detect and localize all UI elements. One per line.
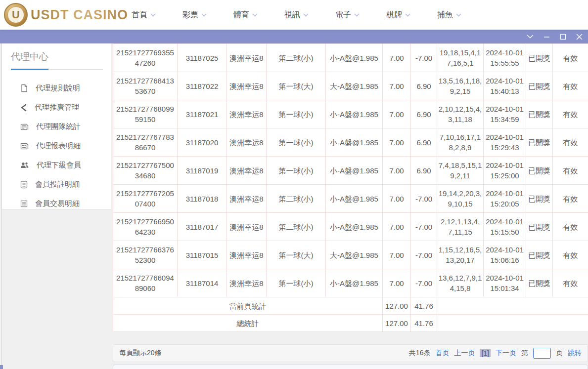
cell-game: 澳洲幸运8 — [227, 128, 267, 157]
sidebar-item-agent-sub-members[interactable]: 代理下級會員 — [2, 156, 111, 175]
cell-content: 小-A盤@1.985 — [326, 100, 383, 128]
cell-game: 澳洲幸运8 — [227, 185, 267, 213]
chevron-down-icon — [405, 13, 410, 17]
chevron-down-icon[interactable] — [526, 33, 534, 41]
main-nav: 首頁 彩票 體育 視訊 電子 棋牌 — [132, 0, 461, 30]
bet-detail-icon — [20, 180, 28, 189]
summary-label: 總統計 — [113, 315, 383, 332]
cell-content: 小-A盤@1.985 — [326, 213, 383, 241]
cell-amount: 7.00 — [383, 241, 411, 269]
cell-bet_id: 2152172776935547260 — [113, 44, 178, 72]
app-window: U USDT CASINO 首頁 彩票 體育 視訊 電子 — [0, 0, 588, 369]
cell-amount: 7.00 — [383, 269, 411, 297]
cell-status: 已開獎 — [526, 157, 553, 185]
cell-amount: 7.00 — [383, 128, 411, 157]
sidebar-item-agent-report[interactable]: 代理報表明細 — [2, 136, 111, 156]
sidebar-item-label: 會員交易明細 — [35, 199, 80, 208]
sidebar-item-label: 代理推廣管理 — [35, 103, 79, 112]
sidebar-title: 代理中心 — [11, 50, 103, 63]
cell-play: 第一球(小) — [267, 269, 326, 297]
nav-item-lottery[interactable]: 彩票 — [182, 10, 207, 20]
sidebar-item-label: 代理下級會員 — [37, 161, 81, 170]
cell-content: 小-A盤@1.985 — [326, 185, 383, 213]
table-rows: 215217277693554726031187025澳洲幸运8第二球(小)小-… — [113, 44, 588, 297]
cell-result: 19,14,2,20,3,9,10,15 — [437, 185, 484, 213]
jump-suffix-label: 页 — [556, 349, 563, 358]
cell-play: 第一球(小) — [267, 157, 326, 185]
cell-winloss: 6.90 — [411, 157, 437, 185]
chevron-down-icon — [201, 13, 207, 17]
nav-item-label: 棋牌 — [386, 10, 402, 20]
first-page-link[interactable]: 首页 — [435, 349, 449, 358]
chevron-down-icon — [252, 13, 258, 17]
logo-letter: U — [7, 6, 24, 23]
table-summary: 當前頁統計 127.00 41.76 總統計 127.00 41.76 — [113, 297, 588, 332]
maximize-icon[interactable] — [559, 33, 567, 41]
cell-amount: 7.00 — [383, 100, 411, 128]
prev-page-link[interactable]: 上一页 — [454, 349, 475, 358]
current-page-badge[interactable]: [1] — [480, 349, 491, 357]
transaction-icon — [20, 200, 28, 207]
cell-bet_id: 2152172776695064230 — [113, 213, 178, 241]
nav-item-live[interactable]: 視訊 — [284, 10, 309, 20]
nav-item-fishing[interactable]: 捕魚 — [437, 10, 461, 20]
top-nav-bar: U USDT CASINO 首頁 彩票 體育 視訊 電子 — [0, 0, 588, 30]
cell-time: 2024-10-01 15:25:00 — [484, 157, 526, 185]
cell-result: 13,5,16,1,18,9,2,15 — [437, 72, 484, 100]
cell-time: 2024-10-01 15:01:34 — [484, 269, 526, 297]
window-corner-accent — [0, 365, 3, 369]
page-jump-input[interactable] — [533, 348, 551, 359]
sidebar-item-agent-team-stats[interactable]: 代理團隊統計 — [2, 117, 111, 136]
jump-button[interactable]: 跳转 — [568, 349, 582, 358]
cell-bet_id: 2152172776720507400 — [113, 185, 178, 213]
nav-item-home[interactable]: 首頁 — [132, 10, 156, 20]
nav-item-sports[interactable]: 體育 — [233, 10, 258, 20]
table-row: 215217277672050740031187018澳洲幸运8第二球(小)小-… — [113, 185, 588, 213]
sidebar-item-agent-promotion[interactable]: 代理推廣管理 — [2, 98, 111, 117]
cell-result: 7,10,16,17,18,2,8,9 — [437, 128, 484, 157]
cell-winloss: -7.00 — [411, 269, 437, 297]
sidebar-item-label: 代理規則說明 — [36, 83, 80, 93]
cell-time: 2024-10-01 15:40:13 — [484, 72, 526, 100]
cell-play: 第一球(大) — [267, 241, 326, 269]
cell-content: 小-A盤@1.985 — [326, 128, 383, 157]
minimize-icon[interactable] — [543, 33, 550, 41]
chevron-down-icon — [354, 13, 360, 17]
cell-play: 第二球(小) — [267, 44, 326, 72]
summary-winloss: 41.76 — [411, 297, 437, 315]
nav-item-slots[interactable]: 電子 — [335, 10, 360, 20]
sidebar-menu: 代理規則說明 代理推廣管理 代理團隊統計 代理報表明細 代理下級會員 會員投註明… — [2, 79, 111, 213]
nav-item-cards[interactable]: 棋牌 — [386, 10, 410, 20]
cell-play: 第一球(小) — [267, 128, 326, 157]
chevron-down-icon — [303, 13, 309, 17]
sidebar-item-member-transactions[interactable]: 會員交易明細 — [2, 194, 111, 213]
agent-sidebar: 代理中心 代理規則說明 代理推廣管理 代理團隊統計 代理報表明細 — [2, 43, 111, 209]
cell-period: 31187020 — [178, 128, 227, 157]
cell-valid: 有效 — [553, 185, 588, 213]
cell-result: 2,12,1,13,4,7,11,15 — [437, 213, 484, 241]
close-icon[interactable] — [575, 33, 583, 41]
cell-winloss: -7.00 — [411, 185, 437, 213]
cell-period: 31187019 — [178, 157, 227, 185]
sidebar-item-agent-rules[interactable]: 代理規則說明 — [2, 79, 111, 98]
next-page-link[interactable]: 下一页 — [496, 349, 516, 358]
cell-winloss: 6.90 — [411, 128, 437, 157]
cell-valid: 有效 — [553, 44, 588, 72]
cell-winloss: -7.00 — [411, 213, 437, 241]
brand-logo[interactable]: U USDT CASINO — [4, 3, 128, 27]
summary-row-current-page: 當前頁統計 127.00 41.76 — [113, 297, 588, 315]
cell-valid: 有效 — [553, 72, 588, 100]
brand-name: USDT CASINO — [31, 7, 128, 23]
nav-item-label: 體育 — [233, 10, 249, 20]
sidebar-item-member-bets[interactable]: 會員投註明細 — [2, 175, 111, 194]
summary-winloss: 41.76 — [411, 315, 437, 332]
cell-valid: 有效 — [553, 269, 588, 297]
cell-status: 已開獎 — [526, 128, 553, 157]
cell-status: 已開獎 — [526, 241, 553, 269]
pagination-bar: 每頁顯示20條 共16条 首页 上一页 [1] 下一页 第 页 跳转 — [113, 344, 588, 362]
table-row: 215217277660948906031187014澳洲幸运8第一球(小)小-… — [113, 269, 588, 297]
cell-time: 2024-10-01 15:15:50 — [484, 213, 526, 241]
nav-item-label: 電子 — [335, 10, 351, 20]
sidebar-title-underline — [11, 69, 48, 70]
cell-period: 31187018 — [178, 185, 227, 213]
